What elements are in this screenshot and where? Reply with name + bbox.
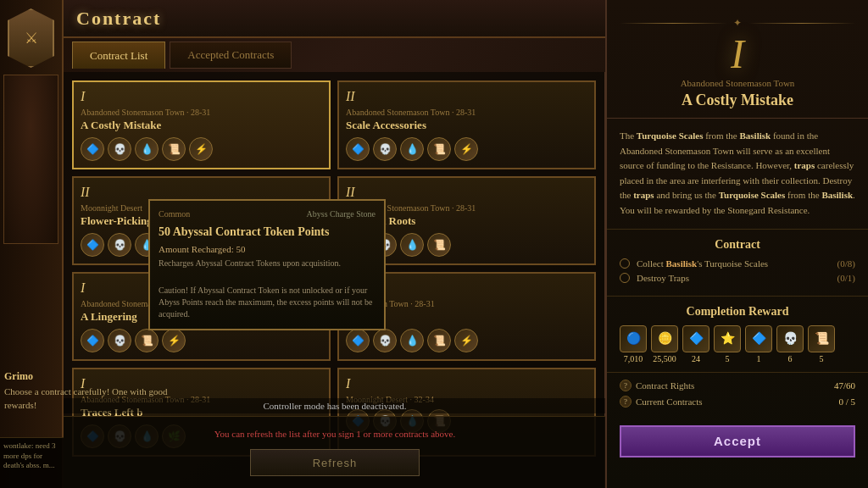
- character-speech-text: Choose a contract carefully! One with go…: [4, 385, 174, 412]
- contract-card[interactable]: I Stonemason Town · 28-31 In Hunt 🔷 💀 💧 …: [337, 272, 596, 361]
- contract-rewards: 🔷 💀 💧 📜 ⚡: [81, 137, 322, 161]
- objective-radio: [620, 273, 630, 283]
- contract-location: Abandoned Stonemason Town · 28-31: [81, 108, 322, 117]
- reward-icon: 💧: [400, 329, 424, 352]
- tab-accepted-contracts-label: Accepted Contracts: [187, 48, 274, 62]
- contract-rewards: 🔷 💀 💧 📜: [81, 233, 322, 257]
- stat-label: ? Contract Rights: [620, 380, 694, 391]
- contract-rank: I: [81, 89, 85, 104]
- refresh-notice: You can refresh the list after you sign …: [214, 429, 456, 439]
- comp-reward-icon: 🔷: [682, 325, 709, 352]
- contract-rank: II: [346, 89, 355, 104]
- tab-bar: Contract List Accepted Contracts: [64, 38, 606, 72]
- reward-icon: ⚡: [162, 329, 186, 352]
- contract-name: Pull Out Roots: [346, 214, 587, 228]
- window-title: Contract: [76, 8, 161, 30]
- help-icon[interactable]: ?: [620, 396, 632, 408]
- contract-rank: I: [81, 280, 85, 296]
- contract-name: Flower-Picking: [81, 214, 322, 228]
- comp-reward-icon: 💀: [776, 325, 804, 352]
- reward-icon: 📜: [162, 233, 186, 257]
- stat-value: 47/60: [834, 380, 855, 391]
- panel-location: Abandoned Stonemason Town: [615, 78, 860, 88]
- card-header: I: [81, 280, 322, 296]
- help-icon[interactable]: ?: [620, 380, 632, 391]
- completion-reward-item: 🔵 7,010: [620, 325, 647, 363]
- right-panel-header: ✦ I Abandoned Stonemason Town A Costly M…: [607, 0, 868, 119]
- contract-name: Scale Accessories: [346, 119, 587, 132]
- contract-location: Abandoned Stonemason: [81, 299, 322, 308]
- comp-reward-value: 25,500: [653, 354, 676, 363]
- contract-card[interactable]: II Abandoned Stonemason Town · 28-31 Sca…: [337, 80, 596, 169]
- reward-icon: 💀: [373, 137, 397, 161]
- comp-reward-icon: 📜: [808, 325, 835, 352]
- stat-label: ? Current Contracts: [620, 396, 703, 408]
- completion-rewards: 🔵 7,010 🪙 25,500 🔷 24 ⭐ 5 🔷 1 💀 6 📜 5: [620, 325, 855, 363]
- tab-accepted-contracts[interactable]: Accepted Contracts: [170, 42, 292, 69]
- comp-reward-icon: 🪙: [651, 325, 678, 352]
- contract-card[interactable]: II Abandoned Stonemason Town · 28-31 Pul…: [337, 176, 596, 265]
- reward-icon: 💧: [135, 137, 159, 161]
- comp-reward-value: 6: [788, 354, 793, 363]
- reward-section-title: Completion Reward: [620, 305, 855, 319]
- panel-stats: ? Contract Rights 47/60 ? Current Contra…: [607, 373, 868, 419]
- accept-button[interactable]: Accept: [620, 425, 855, 458]
- contract-rank: II: [346, 185, 355, 200]
- tab-contract-list[interactable]: Contract List: [72, 42, 165, 69]
- reward-icon: 💀: [108, 233, 131, 257]
- ornament-symbol: ✦: [733, 17, 742, 30]
- panel-rank-symbol: I: [615, 34, 860, 75]
- reward-icon: 💧: [400, 233, 424, 257]
- reward-icon: 💧: [400, 137, 424, 161]
- contract-card[interactable]: II Moonnight Desert Flower-Picking 🔷 💀 💧…: [72, 176, 331, 265]
- card-header: I: [346, 376, 587, 391]
- reward-icon: 💀: [373, 233, 397, 257]
- character-name: Grimo: [4, 370, 174, 383]
- comp-reward-value: 24: [692, 354, 700, 363]
- contract-card[interactable]: I Abandoned Stonemason Town · 28-31 A Co…: [72, 80, 331, 169]
- character-portrait: [3, 75, 58, 244]
- comp-reward-value: 5: [726, 354, 730, 363]
- card-header: I: [346, 280, 587, 296]
- contract-card[interactable]: I Abandoned Stonemason A Lingering 🔷 💀 📜…: [72, 272, 331, 361]
- reward-section: Completion Reward 🔵 7,010 🪙 25,500 🔷 24 …: [607, 297, 868, 373]
- completion-reward-item: ⭐ 5: [714, 325, 741, 363]
- contract-rewards: 🔷 💀 💧 📜 ⚡: [346, 137, 587, 161]
- completion-reward-item: 🔷 1: [745, 325, 772, 363]
- objective-text: Destroy Traps: [637, 273, 831, 283]
- completion-reward-item: 🪙 25,500: [651, 325, 678, 363]
- reward-icon: 📜: [427, 233, 451, 257]
- reward-icon: 💀: [373, 329, 397, 352]
- bottom-bar: You can refresh the list after you sign …: [64, 416, 606, 488]
- objective-row: Collect Basilisk's Turquoise Scales (0/8…: [620, 258, 855, 269]
- reward-icon: 📜: [135, 329, 159, 352]
- objective-count: (0/1): [837, 273, 855, 283]
- character-speech: Grimo Choose a contract carefully! One w…: [4, 370, 174, 412]
- stat-label-text: Contract Rights: [636, 380, 694, 391]
- tab-contract-list-label: Contract List: [90, 49, 147, 63]
- contract-rank: I: [346, 280, 350, 296]
- right-panel: ✦ I Abandoned Stonemason Town A Costly M…: [605, 0, 868, 488]
- reward-icon: 🔷: [346, 233, 370, 257]
- contract-name: A Costly Mistake: [81, 119, 322, 132]
- contract-name: In Hunt: [346, 310, 587, 324]
- card-header: I: [81, 89, 322, 104]
- card-header: II: [81, 185, 322, 200]
- contract-location: Moonnight Desert: [81, 203, 322, 213]
- objective-radio: [620, 258, 630, 269]
- contract-rewards: 🔷 💀 💧 📜 ⚡: [346, 329, 587, 352]
- reward-icon: 🔷: [81, 137, 104, 161]
- stat-row: ? Current Contracts 0 / 5: [620, 396, 855, 408]
- reward-icon: 📜: [427, 137, 451, 161]
- contract-name: A Lingering: [81, 310, 322, 324]
- chat-bar: wontlake: need 3 more dps for death's ab…: [0, 437, 64, 488]
- refresh-button[interactable]: Refresh: [250, 449, 420, 476]
- completion-reward-item: 💀 6: [776, 325, 804, 363]
- panel-title: A Costly Mistake: [615, 92, 860, 109]
- reward-icon: 📜: [427, 329, 451, 352]
- contract-rank: II: [81, 185, 90, 200]
- card-header: II: [346, 185, 587, 200]
- objective-count: (0/8): [837, 258, 855, 269]
- reward-icon: 🔷: [346, 137, 370, 161]
- contract-rewards: 🔷 💀 📜 ⚡: [81, 329, 322, 352]
